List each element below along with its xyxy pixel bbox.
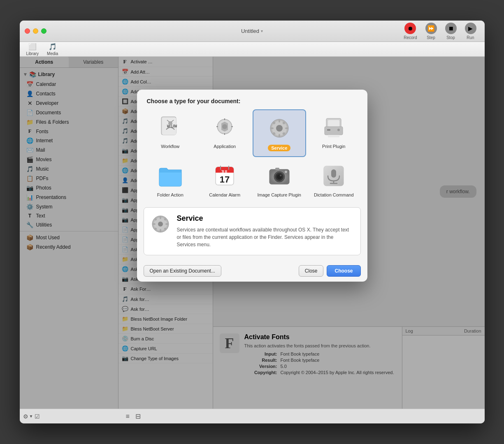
modal-dialog: Choose a type for your document: WFLOW xyxy=(137,90,367,282)
maximize-button[interactable] xyxy=(41,28,46,34)
modal-item-print-plugin[interactable]: Print Plugin xyxy=(307,109,361,157)
run-icon: ▶ xyxy=(465,23,476,34)
calendar-alarm-icon: 17 JUL xyxy=(211,163,238,189)
modal-grid: WFLOW Workflow xyxy=(137,109,367,202)
gear-button[interactable]: ⚙ ▼ xyxy=(23,413,33,420)
svg-point-44 xyxy=(285,171,287,173)
media-icon: 🎵 xyxy=(49,43,57,51)
image-capture-icon xyxy=(266,163,293,189)
svg-point-15 xyxy=(276,125,283,132)
grid-view-button[interactable]: ⊟ xyxy=(134,412,142,421)
status-right: ≡ ⊟ xyxy=(121,412,481,421)
secondary-toolbar: ⬜ Library 🎵 Media xyxy=(20,42,485,57)
choose-button[interactable]: Choose xyxy=(327,265,360,277)
workflow-icon: WFLOW xyxy=(157,114,183,141)
library-icon: ⬜ xyxy=(28,43,37,51)
modal-item-dictation[interactable]: Dictation Command xyxy=(307,158,361,202)
status-bar: ⚙ ▼ ☑ ≡ ⊟ xyxy=(20,409,485,423)
svg-rect-17 xyxy=(279,134,280,137)
modal-desc-icon xyxy=(151,214,170,238)
traffic-lights xyxy=(25,28,46,34)
svg-text:JUL: JUL xyxy=(221,170,229,174)
svg-rect-27 xyxy=(327,129,330,131)
open-existing-button[interactable]: Open an Existing Document... xyxy=(144,265,221,277)
modal-footer: Open an Existing Document... Close Choos… xyxy=(137,260,367,282)
svg-rect-29 xyxy=(328,135,339,137)
window-title: Untitled ▾ xyxy=(241,28,263,34)
svg-rect-47 xyxy=(331,169,336,178)
service-icon xyxy=(266,115,293,141)
svg-point-28 xyxy=(337,129,340,131)
svg-rect-54 xyxy=(160,229,161,232)
svg-text:17: 17 xyxy=(220,174,230,185)
main-area: Actions Variables ▼ 📚 Library 📅 Calendar… xyxy=(20,57,485,409)
gear-icon: ⚙ xyxy=(23,413,28,420)
modal-overlay: Choose a type for your document: WFLOW xyxy=(20,57,485,409)
check-button[interactable]: ☑ xyxy=(35,413,40,420)
modal-item-application[interactable]: Application xyxy=(198,109,252,157)
svg-rect-26 xyxy=(325,127,343,135)
record-button[interactable]: ⏺ Record xyxy=(400,21,420,42)
svg-point-8 xyxy=(222,124,227,129)
modal-desc-text: Service Services are contextual workflow… xyxy=(177,214,354,248)
print-plugin-icon xyxy=(321,114,347,141)
svg-rect-25 xyxy=(328,120,339,127)
modal-description: Service Services are contextual workflow… xyxy=(144,207,361,255)
modal-item-folder-action[interactable]: Folder Action xyxy=(144,158,197,202)
record-icon: ⏺ xyxy=(404,23,416,34)
modal-item-image-capture[interactable]: Image Capture Plugin xyxy=(253,158,307,202)
svg-rect-19 xyxy=(285,127,288,129)
run-button[interactable]: ▶ Run xyxy=(462,21,480,42)
close-button[interactable] xyxy=(25,28,30,34)
folder-action-icon xyxy=(157,163,183,189)
svg-rect-53 xyxy=(160,216,161,219)
minimize-button[interactable] xyxy=(33,28,38,34)
toolbar-buttons: ⏺ Record ⏩ Step ⏹ Stop ▶ Run xyxy=(400,21,479,42)
modal-item-calendar-alarm[interactable]: 17 JUL Calendar Alarm xyxy=(198,158,252,202)
modal-item-service[interactable]: Service xyxy=(253,109,307,157)
grid-view-icon: ⊟ xyxy=(135,413,141,420)
svg-rect-56 xyxy=(165,223,169,225)
check-icon: ☑ xyxy=(35,413,40,420)
step-button[interactable]: ⏩ Step xyxy=(422,21,440,42)
dictation-icon xyxy=(321,163,347,189)
svg-rect-43 xyxy=(275,168,279,170)
titlebar: Untitled ▾ ⏺ Record ⏩ Step ⏹ Stop ▶ Run xyxy=(20,21,485,42)
modal-item-workflow[interactable]: WFLOW Workflow xyxy=(144,109,197,157)
library-button[interactable]: ⬜ Library xyxy=(23,42,42,57)
svg-point-52 xyxy=(158,222,163,227)
status-left: ⚙ ▼ ☑ xyxy=(23,413,118,420)
gear-chevron-icon: ▼ xyxy=(29,414,33,419)
title-chevron-icon: ▾ xyxy=(261,29,263,33)
list-view-icon: ≡ xyxy=(126,413,130,420)
close-button[interactable]: Close xyxy=(299,265,324,277)
stop-icon: ⏹ xyxy=(445,23,457,34)
stop-button[interactable]: ⏹ Stop xyxy=(442,21,460,42)
step-icon: ⏩ xyxy=(425,23,437,34)
svg-rect-18 xyxy=(270,127,274,129)
svg-rect-16 xyxy=(279,119,280,123)
svg-point-42 xyxy=(280,175,281,176)
modal-title: Choose a type for your document: xyxy=(137,90,367,109)
application-icon xyxy=(211,114,238,141)
list-view-button[interactable]: ≡ xyxy=(124,412,131,421)
media-button[interactable]: 🎵 Media xyxy=(44,42,61,57)
svg-rect-55 xyxy=(152,223,156,225)
